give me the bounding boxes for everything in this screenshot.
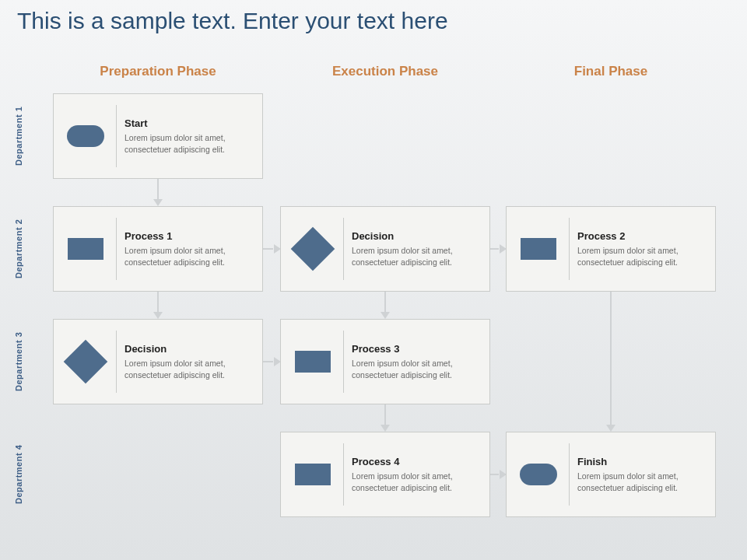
arrow-decision2-to-process3 [263,361,280,362]
card-title: Decision [352,230,480,242]
arrow-decision-to-process2 [490,248,506,250]
card-title: Decision [124,343,253,355]
decision-icon [291,227,335,271]
card-title: Finish [577,456,706,467]
card-process4: Process 4 Lorem ipsum dolor sit amet, co… [280,432,490,517]
swimlane-label-dept4: Department 4 [14,432,28,517]
card-title: Process 2 [577,230,706,242]
card-desc: Lorem ipsum dolor sit amet, consectetuer… [124,358,253,380]
card-desc: Lorem ipsum dolor sit amet, consectetuer… [124,132,253,154]
card-desc: Lorem ipsum dolor sit amet, consectetuer… [352,471,480,492]
arrow-process1-to-decision [263,248,280,250]
phase-header-execution: Execution Phase [280,64,490,79]
card-decision-b: Decision Lorem ipsum dolor sit amet, con… [53,319,263,404]
card-title: Start [124,117,253,129]
slide-title: This is a sample text. Enter your text h… [17,8,448,34]
phase-header-final: Final Phase [506,64,716,79]
process-icon [295,464,331,485]
arrow-start-to-process1 [153,179,163,206]
card-process1: Process 1 Lorem ipsum dolor sit amet, co… [53,206,263,292]
card-desc: Lorem ipsum dolor sit amet, consectetuer… [124,245,253,267]
process-icon [68,238,103,260]
card-title: Process 1 [124,230,253,242]
card-desc: Lorem ipsum dolor sit amet, consectetuer… [352,358,480,380]
swimlane-label-dept2: Department 2 [14,206,28,292]
card-title: Process 3 [352,343,480,355]
arrow-process3-to-process4 [381,404,390,432]
card-desc: Lorem ipsum dolor sit amet, consectetuer… [352,245,480,267]
card-finish: Finish Lorem ipsum dolor sit amet, conse… [506,432,716,517]
process-icon [295,351,331,373]
arrow-decision-to-process3 [381,292,390,319]
decision-icon [64,340,108,384]
process-icon [521,238,556,260]
card-start: Start Lorem ipsum dolor sit amet, consec… [53,93,263,179]
card-desc: Lorem ipsum dolor sit amet, consectetuer… [577,245,706,267]
card-process2: Process 2 Lorem ipsum dolor sit amet, co… [506,206,716,292]
card-process3: Process 3 Lorem ipsum dolor sit amet, co… [280,319,490,404]
phase-header-preparation: Preparation Phase [53,64,263,79]
arrow-process4-to-finish [490,474,506,475]
card-title: Process 4 [352,456,480,467]
terminator-icon [520,464,557,485]
swimlane-label-dept1: Department 1 [14,93,28,179]
terminator-icon [67,125,104,147]
arrow-process2-to-finish [606,292,615,432]
swimlane-label-dept3: Department 3 [14,319,28,404]
card-decision-a: Decision Lorem ipsum dolor sit amet, con… [280,206,490,292]
arrow-process1-to-decision2 [153,292,163,319]
card-desc: Lorem ipsum dolor sit amet, consectetuer… [577,471,706,492]
